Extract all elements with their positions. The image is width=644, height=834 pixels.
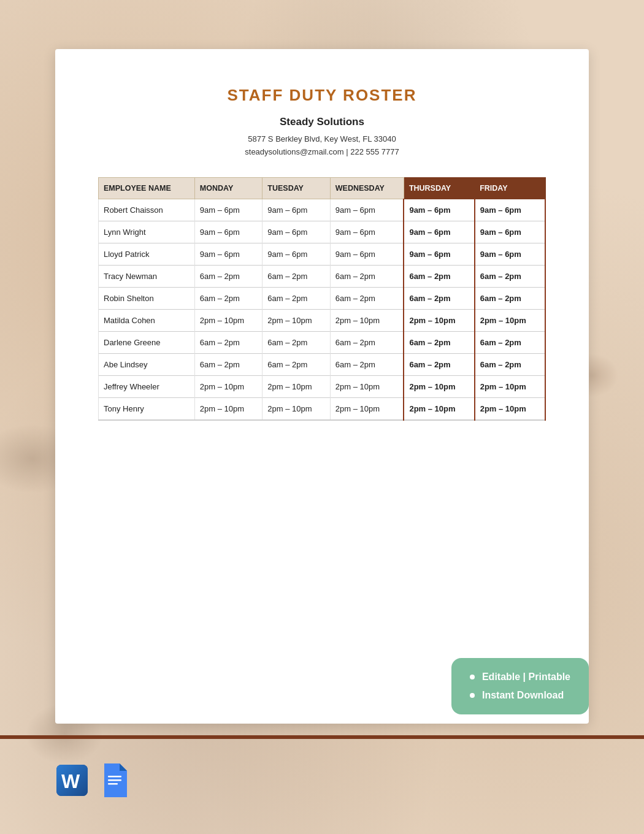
table-cell: 9am – 6pm [404,221,474,243]
address-line1: 5877 S Berkley Blvd, Key West, FL 33040 [248,134,396,143]
table-cell: 9am – 6pm [404,243,474,265]
bullet-icon-2 [470,693,475,698]
google-docs-icon [101,763,129,797]
col-header-thursday: THURSDAY [404,177,474,199]
table-cell: 2pm – 10pm [404,375,474,397]
table-cell: 2pm – 10pm [404,397,474,420]
roster-table: EMPLOYEE NAME MONDAY TUESDAY WEDNESDAY T… [98,177,546,421]
table-row: Darlene Greene6am – 2pm6am – 2pm6am – 2p… [99,331,546,353]
document-title: STAFF DUTY ROSTER [98,86,546,105]
table-cell: 6am – 2pm [404,331,474,353]
table-cell: 6am – 2pm [475,287,545,309]
page-container: STAFF DUTY ROSTER Steady Solutions 5877 … [0,0,644,834]
table-cell: 6am – 2pm [404,287,474,309]
table-cell: 2pm – 10pm [263,375,330,397]
col-header-monday: MONDAY [194,177,262,199]
table-cell: Tracy Newman [99,265,195,287]
table-row: Matilda Cohen2pm – 10pm2pm – 10pm2pm – 1… [99,309,546,331]
table-cell: 2pm – 10pm [330,375,404,397]
table-cell: 9am – 6pm [475,221,545,243]
table-cell: 6am – 2pm [330,331,404,353]
feature-badge: Editable | Printable Instant Download [451,658,589,714]
table-cell: 2pm – 10pm [263,397,330,420]
table-cell: 9am – 6pm [263,221,330,243]
badge-item-editable: Editable | Printable [470,671,570,683]
footer-icons: W [55,763,129,797]
table-row: Robert Chaisson9am – 6pm9am – 6pm9am – 6… [99,199,546,221]
address-line2: steadysolutions@zmail.com | 222 555 7777 [245,147,399,156]
svg-rect-3 [108,776,121,778]
col-header-tuesday: TUESDAY [263,177,330,199]
table-cell: 2pm – 10pm [475,309,545,331]
table-cell: 6am – 2pm [475,353,545,375]
table-cell: 6am – 2pm [194,331,262,353]
company-address: 5877 S Berkley Blvd, Key West, FL 33040 … [98,133,546,159]
svg-rect-5 [108,783,118,785]
table-cell: 6am – 2pm [330,287,404,309]
table-cell: 9am – 6pm [475,243,545,265]
document-card: STAFF DUTY ROSTER Steady Solutions 5877 … [55,49,589,724]
table-cell: 2pm – 10pm [404,309,474,331]
table-cell: 6am – 2pm [194,353,262,375]
table-cell: 2pm – 10pm [194,375,262,397]
table-cell: 9am – 6pm [194,221,262,243]
table-row: Robin Shelton6am – 2pm6am – 2pm6am – 2pm… [99,287,546,309]
table-cell: 9am – 6pm [404,199,474,221]
company-name: Steady Solutions [98,116,546,128]
table-cell: 6am – 2pm [263,331,330,353]
table-cell: 6am – 2pm [404,353,474,375]
word-icon: W [55,763,89,797]
badge-item-download: Instant Download [470,690,570,701]
table-cell: 9am – 6pm [330,199,404,221]
bottom-bar [0,735,644,739]
table-cell: Tony Henry [99,397,195,420]
table-cell: 2pm – 10pm [475,375,545,397]
table-cell: 9am – 6pm [194,243,262,265]
table-cell: 6am – 2pm [263,353,330,375]
table-cell: Robert Chaisson [99,199,195,221]
table-cell: 6am – 2pm [475,265,545,287]
table-cell: Darlene Greene [99,331,195,353]
table-cell: Lynn Wright [99,221,195,243]
col-header-friday: FRIDAY [475,177,545,199]
table-cell: 6am – 2pm [330,265,404,287]
table-cell: 9am – 6pm [263,243,330,265]
table-row: Lloyd Patrick9am – 6pm9am – 6pm9am – 6pm… [99,243,546,265]
table-row: Abe Lindsey6am – 2pm6am – 2pm6am – 2pm6a… [99,353,546,375]
table-header-row: EMPLOYEE NAME MONDAY TUESDAY WEDNESDAY T… [99,177,546,199]
table-cell: 9am – 6pm [330,221,404,243]
table-row: Lynn Wright9am – 6pm9am – 6pm9am – 6pm9a… [99,221,546,243]
bullet-icon [470,675,475,679]
svg-text:W: W [61,770,80,792]
table-cell: 2pm – 10pm [330,397,404,420]
table-cell: 9am – 6pm [194,199,262,221]
table-cell: 6am – 2pm [475,331,545,353]
svg-rect-4 [108,779,121,781]
table-cell: Robin Shelton [99,287,195,309]
table-cell: 6am – 2pm [330,353,404,375]
table-cell: Abe Lindsey [99,353,195,375]
table-row: Jeffrey Wheeler2pm – 10pm2pm – 10pm2pm –… [99,375,546,397]
table-cell: 9am – 6pm [475,199,545,221]
table-cell: 2pm – 10pm [194,397,262,420]
table-cell: 2pm – 10pm [475,397,545,420]
table-cell: Lloyd Patrick [99,243,195,265]
table-cell: 6am – 2pm [404,265,474,287]
table-cell: 6am – 2pm [263,265,330,287]
table-cell: 6am – 2pm [194,287,262,309]
table-cell: 2pm – 10pm [263,309,330,331]
col-header-wednesday: WEDNESDAY [330,177,404,199]
col-header-employee: EMPLOYEE NAME [99,177,195,199]
table-cell: 6am – 2pm [263,287,330,309]
table-cell: 9am – 6pm [330,243,404,265]
table-cell: 9am – 6pm [263,199,330,221]
table-cell: 2pm – 10pm [330,309,404,331]
table-row: Tracy Newman6am – 2pm6am – 2pm6am – 2pm6… [99,265,546,287]
table-cell: 6am – 2pm [194,265,262,287]
table-cell: Jeffrey Wheeler [99,375,195,397]
table-cell: Matilda Cohen [99,309,195,331]
table-cell: 2pm – 10pm [194,309,262,331]
table-row: Tony Henry2pm – 10pm2pm – 10pm2pm – 10pm… [99,397,546,420]
